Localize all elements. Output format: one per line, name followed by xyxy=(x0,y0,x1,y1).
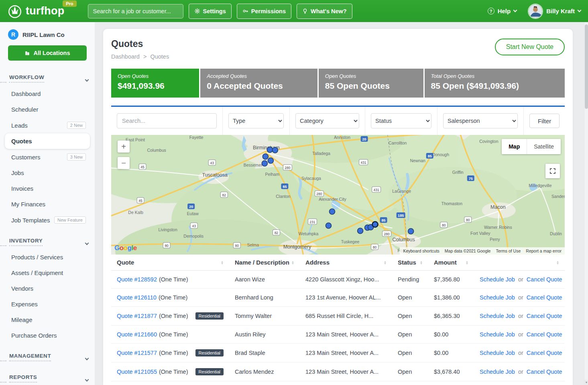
help-menu[interactable]: ? Help xyxy=(488,8,517,14)
sidebar-section-workflow[interactable]: WORKFLOW xyxy=(0,70,95,86)
map-attribution-item[interactable]: Terms of Use xyxy=(496,249,521,253)
settings-button[interactable]: Settings xyxy=(189,4,232,19)
sidebar-item-purchase-orders[interactable]: Purchase Orders xyxy=(5,328,90,343)
cancel-quote-link[interactable]: Cancel Quote xyxy=(527,331,562,338)
schedule-job-link[interactable]: Schedule Job xyxy=(480,276,515,283)
sort-icon[interactable]: ▲▼ xyxy=(384,261,387,265)
sort-icon[interactable]: ▲▼ xyxy=(221,261,224,265)
map-marker[interactable] xyxy=(268,158,273,163)
google-logo[interactable]: Google xyxy=(114,244,137,252)
sidebar-item-vendors[interactable]: Vendors xyxy=(5,281,90,296)
map-marker[interactable] xyxy=(267,147,273,153)
map-view-button[interactable]: Map xyxy=(502,139,527,154)
sidebar-item-job-templates[interactable]: Job TemplatesNew Feature xyxy=(5,212,90,228)
fullscreen-button[interactable] xyxy=(545,164,560,178)
sidebar-item-assets-equipment[interactable]: Assets / Equipment xyxy=(5,265,90,281)
quote-address: 123 1st Avenue, Hoover AL... xyxy=(300,289,392,307)
schedule-job-link[interactable]: Schedule Job xyxy=(480,369,515,375)
section-dash xyxy=(0,81,6,83)
quote-link[interactable]: Quote #121055 xyxy=(117,369,157,375)
category-select[interactable]: Category xyxy=(295,113,359,128)
sort-icon[interactable]: ▲▼ xyxy=(556,261,559,265)
start-new-quote-button[interactable]: Start New Quote xyxy=(495,39,565,55)
global-search-input[interactable] xyxy=(88,4,183,18)
map-marker[interactable] xyxy=(262,154,268,159)
sort-icon[interactable]: ▲▼ xyxy=(420,261,423,265)
sidebar-section-inventory[interactable]: INVENTORY xyxy=(0,234,95,249)
map-marker[interactable] xyxy=(326,223,331,228)
stat-card-3: Total Open Quotes85 Open ($491,093.96) xyxy=(425,69,565,98)
sidebar-section-management[interactable]: MANAGEMENT xyxy=(0,349,95,365)
user-menu[interactable]: Billy Kraft xyxy=(528,4,581,19)
sidebar-section-reports[interactable]: REPORTS xyxy=(0,370,95,385)
map-city-label: Tuscaloosa xyxy=(202,172,228,178)
cancel-quote-link[interactable]: Cancel Quote xyxy=(527,350,562,356)
column-header-amount[interactable]: Amount▲▼ xyxy=(428,255,474,271)
salesperson-select[interactable]: Salesperson xyxy=(443,113,518,128)
scrollbar-down-arrow[interactable] xyxy=(584,380,588,385)
breadcrumb-quotes: Quotes xyxy=(150,53,169,60)
sidebar-section-label: REPORTS xyxy=(9,374,37,383)
sidebar-item-leads[interactable]: Leads2 New xyxy=(5,117,90,133)
sidebar-item-jobs[interactable]: Jobs xyxy=(5,165,90,181)
brand-logo[interactable]: turfhop Pro xyxy=(7,4,65,19)
sidebar-item-expenses[interactable]: Expenses xyxy=(5,296,90,312)
sort-icon[interactable]: ▲▼ xyxy=(466,261,468,265)
sidebar-item-customers[interactable]: Customers3 New xyxy=(5,149,90,165)
quote-link[interactable]: Quote #128592 xyxy=(117,276,157,283)
sidebar-item-scheduler[interactable]: Scheduler xyxy=(5,102,90,117)
column-header-quote[interactable]: Quote▲▼ xyxy=(111,255,229,271)
sidebar-item-mileage[interactable]: Mileage xyxy=(5,312,90,328)
filter-button[interactable]: Filter xyxy=(529,114,560,128)
stat-value: 85 Open ($491,093.96) xyxy=(431,81,559,91)
schedule-job-link[interactable]: Schedule Job xyxy=(480,331,515,338)
column-header-name-description[interactable]: Name / Description▲▼ xyxy=(229,255,300,271)
map-attribution-item[interactable]: Keyboard shortcuts xyxy=(403,249,439,253)
table-search-input[interactable] xyxy=(117,113,217,128)
quote-link[interactable]: Quote #126110 xyxy=(117,294,157,301)
schedule-job-link[interactable]: Schedule Job xyxy=(480,313,515,319)
quote-link[interactable]: Quote #121577 xyxy=(117,350,157,356)
column-label: Amount xyxy=(434,259,457,266)
sidebar-item-invoices[interactable]: Invoices xyxy=(5,181,90,196)
map-marker[interactable] xyxy=(329,209,335,214)
map-marker[interactable] xyxy=(272,147,278,153)
satellite-view-button[interactable]: Satellite xyxy=(527,139,561,154)
map-marker[interactable] xyxy=(408,228,414,234)
schedule-job-link[interactable]: Schedule Job xyxy=(480,350,515,356)
permissions-button[interactable]: Permissions xyxy=(237,4,291,19)
breadcrumb-dashboard[interactable]: Dashboard xyxy=(111,53,140,60)
column-header-address[interactable]: Address▲▼ xyxy=(300,255,392,271)
cancel-quote-link[interactable]: Cancel Quote xyxy=(527,294,562,301)
map-attribution-item[interactable]: Report a map error xyxy=(526,249,562,253)
zoom-out-button[interactable]: − xyxy=(118,157,130,169)
column-header-actions[interactable]: ▲▼ xyxy=(474,255,565,271)
status-select[interactable]: Status xyxy=(371,113,431,128)
company-switcher[interactable]: R RIIPL Lawn Co xyxy=(0,22,95,40)
sidebar-item-label: Quotes xyxy=(11,138,32,145)
all-locations-button[interactable]: All Locations xyxy=(8,45,87,61)
map-marker[interactable] xyxy=(358,228,363,234)
sidebar-item-dashboard[interactable]: Dashboard xyxy=(5,86,90,102)
map-canvas[interactable]: East PointFayetteColumbusAnnistonCarroll… xyxy=(111,135,565,255)
whats-new-button[interactable]: What's New? xyxy=(297,4,352,19)
scrollbar-thumb[interactable] xyxy=(585,24,588,109)
type-select[interactable]: Type xyxy=(228,113,284,128)
quote-amount: $7,356.80 xyxy=(428,271,474,289)
sidebar-item-products-services[interactable]: Products / Services xyxy=(5,249,90,265)
schedule-job-link[interactable]: Schedule Job xyxy=(480,294,515,301)
cancel-quote-link[interactable]: Cancel Quote xyxy=(527,313,562,319)
quote-link[interactable]: Quote #121660 xyxy=(117,331,157,338)
sidebar-item-my-finances[interactable]: My Finances xyxy=(5,196,90,212)
column-header-status[interactable]: Status▲▼ xyxy=(392,255,428,271)
map-marker[interactable] xyxy=(372,222,378,227)
quote-link[interactable]: Quote #121877 xyxy=(117,313,157,319)
map-city-label: Bessemer xyxy=(244,163,263,167)
cancel-quote-link[interactable]: Cancel Quote xyxy=(527,276,562,283)
sort-icon[interactable]: ▲▼ xyxy=(291,261,294,265)
zoom-in-button[interactable]: + xyxy=(118,141,130,153)
sidebar-item-quotes[interactable]: Quotes xyxy=(5,133,90,149)
customer-name: Tommy Walter xyxy=(229,307,300,326)
map-marker[interactable] xyxy=(262,161,267,166)
cancel-quote-link[interactable]: Cancel Quote xyxy=(527,369,562,375)
